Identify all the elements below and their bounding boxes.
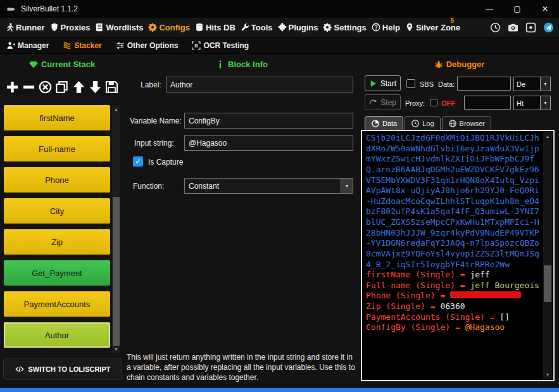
scroll-thumb[interactable] — [544, 265, 551, 302]
gem-icon — [29, 60, 38, 69]
plus-icon — [6, 80, 19, 94]
label-input[interactable] — [166, 77, 353, 92]
data-type-select[interactable]: De — [513, 77, 551, 91]
proxy-state[interactable]: OFF — [441, 99, 455, 107]
token-text: C5jb20iLCJzdGF0dXMiOiJBQ1RJVkUiLCJhdXRoZ… — [366, 133, 541, 270]
scroll-up-button[interactable] — [543, 132, 552, 141]
variable-value: 06360 — [440, 301, 465, 311]
input-string-input[interactable] — [184, 135, 353, 151]
save-stack-button[interactable] — [104, 78, 120, 96]
stack-block-author[interactable]: Author — [4, 322, 110, 348]
menu-item-help[interactable]: Help — [372, 23, 400, 32]
screenshot-button[interactable] — [506, 20, 520, 34]
debugger-output[interactable]: C5jb20iLCJzdGF0dXMiOiJBQ1RJVkUiLCJhdXRoZ… — [361, 130, 555, 381]
submenu-item-label: Other Options — [127, 41, 179, 50]
menu-item-label: Runner — [16, 23, 45, 32]
sliders-icon — [116, 41, 125, 50]
menu-item-label: Configs — [159, 23, 189, 32]
scroll-thumb[interactable] — [113, 197, 120, 346]
clear-stack-button[interactable] — [38, 78, 53, 96]
pin-icon — [405, 23, 414, 32]
menu-item-configs[interactable]: Configs — [148, 23, 189, 32]
is-capture-checkbox[interactable] — [133, 156, 143, 167]
sub-menubar: ManagerStackerOther OptionsROCR Testing — [0, 37, 559, 54]
close-button[interactable]: ✕ — [531, 0, 559, 18]
scroll-down-button[interactable] — [543, 370, 552, 379]
menu-item-runner[interactable]: Runner — [5, 23, 45, 32]
add-block-button[interactable] — [4, 78, 20, 96]
switch-to-loliscript-button[interactable]: SWITCH TO LOLISCRIPT — [3, 358, 122, 380]
stack-block-get-payment[interactable]: Get_Payment — [4, 260, 110, 286]
clone-block-button[interactable] — [54, 78, 70, 96]
proxy-type-select[interactable]: Ht — [513, 96, 551, 110]
stack-block-phone[interactable]: Phone — [4, 167, 110, 193]
menu-item-label: Settings — [334, 23, 366, 32]
debugger-header: Debugger — [360, 60, 559, 69]
scroll-down-button[interactable] — [112, 345, 120, 353]
scroll-up-button[interactable] — [112, 105, 120, 113]
menu-item-hits-db[interactable]: Hits DB — [195, 23, 236, 32]
info-icon — [216, 60, 225, 69]
svg-text:R: R — [195, 42, 199, 48]
menu-item-label: Tools — [251, 23, 273, 32]
data-input[interactable] — [457, 77, 511, 91]
proxies-icon — [50, 23, 59, 32]
proxy-input[interactable] — [464, 96, 511, 110]
move-down-button[interactable] — [88, 78, 103, 96]
step-icon — [369, 98, 377, 107]
variable-name: PaymentAccounts (Single) = — [366, 312, 499, 322]
tab-data[interactable]: Data — [365, 116, 403, 130]
pie-icon — [371, 119, 380, 128]
start-button[interactable]: Start — [365, 75, 401, 91]
stack-scrollbar[interactable] — [112, 105, 120, 353]
stack-block-paymentaccounts[interactable]: PaymentAccounts — [4, 291, 110, 317]
submenu-item-manager[interactable]: Manager — [6, 41, 49, 50]
variable-name-input[interactable] — [184, 113, 353, 129]
code-icon — [15, 365, 24, 374]
menu-item-tools[interactable]: Tools — [241, 23, 273, 32]
chevron-down-icon[interactable] — [341, 179, 353, 193]
variable-value: jeff Bourgeois — [470, 281, 539, 290]
app-logo-icon — [6, 4, 16, 14]
tab-browser[interactable]: Browser — [442, 116, 491, 130]
help-icon — [372, 23, 380, 32]
variable-name: Zip (Single) = — [366, 301, 440, 311]
window-controls: — ▢ ✕ — [475, 0, 559, 18]
telegram-button[interactable] — [541, 20, 555, 34]
history-button[interactable] — [488, 20, 502, 34]
menu-item-settings[interactable]: Settings — [323, 23, 366, 32]
step-button[interactable]: Step — [365, 94, 401, 110]
stack-block-city[interactable]: City — [4, 198, 110, 224]
stack-block-zip[interactable]: Zip — [4, 229, 110, 255]
maximize-button[interactable]: ▢ — [503, 0, 531, 18]
stack-block-full-name[interactable]: Full-name — [4, 136, 110, 161]
proxy-checkbox[interactable] — [430, 99, 437, 106]
wordlists-icon — [95, 23, 104, 32]
chevron-down-icon[interactable] — [540, 96, 550, 110]
move-up-button[interactable] — [71, 78, 86, 96]
menu-item-plugins[interactable]: Plugins — [278, 23, 318, 32]
submenu-item-stacker[interactable]: Stacker — [63, 41, 101, 50]
menu-item-proxies[interactable]: Proxies — [50, 23, 91, 32]
arrow-down-icon — [89, 80, 102, 94]
screenshot-icon — [508, 22, 518, 33]
chevron-down-icon[interactable] — [540, 77, 550, 91]
app-window: SilverBullet 1.1.2 — ▢ ✕ RunnerProxiesWo… — [0, 0, 559, 392]
output-scrollbar[interactable] — [543, 132, 552, 379]
function-select[interactable]: Constant — [184, 178, 353, 194]
submenu-item-ocr-testing[interactable]: ROCR Testing — [192, 41, 249, 50]
menu-item-silver-zone[interactable]: Silver Zone5 — [405, 23, 460, 32]
stack-block-firstname[interactable]: firstName — [4, 105, 110, 130]
tab-log[interactable]: Log — [405, 116, 440, 130]
minimize-button[interactable]: — — [475, 0, 503, 18]
package-button[interactable] — [524, 20, 537, 34]
titlebar: SilverBullet 1.1.2 — ▢ ✕ — [0, 0, 559, 18]
submenu-item-other-options[interactable]: Other Options — [116, 41, 179, 50]
menu-item-wordlists[interactable]: Wordlists — [95, 23, 143, 32]
stack-panel-header: Current Stack — [0, 60, 124, 69]
sbs-checkbox[interactable] — [406, 79, 415, 88]
globe-icon — [448, 119, 457, 128]
function-select-value: Constant — [185, 182, 341, 191]
remove-block-button[interactable] — [21, 78, 36, 96]
menu-item-label: Hits DB — [206, 23, 236, 32]
